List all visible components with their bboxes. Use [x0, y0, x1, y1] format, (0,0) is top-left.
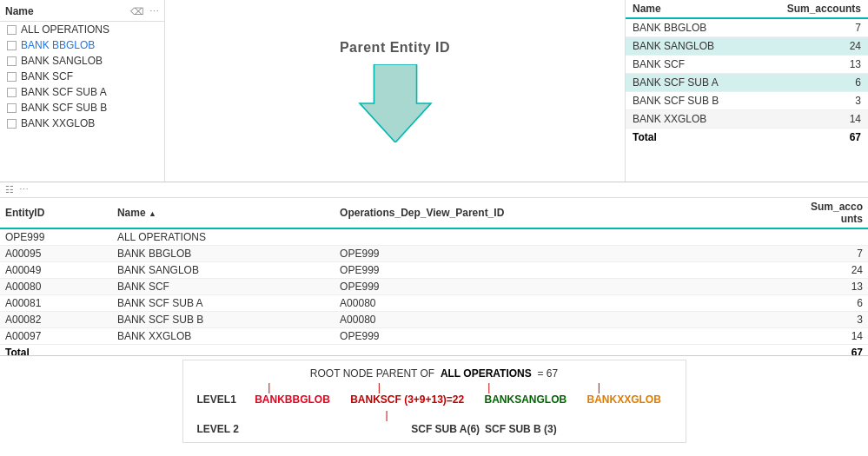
tree-level1-items: BANKBBGLOB BANKSCF (3+9+13)=22 BANKSANGL… — [245, 393, 672, 406]
data-entityid-cell: A00080 — [0, 279, 112, 295]
summary-total-value: 67 — [755, 129, 869, 147]
top-section: Name ⌫ ⋯ ALL OPERATIONSBANK BBGLOBBANK S… — [0, 0, 868, 182]
table-row: A00081 BANK SCF SUB A A00080 6 — [0, 295, 868, 312]
filter-items-list: ALL OPERATIONSBANK BBGLOBBANK SANGLOBBAN… — [0, 22, 164, 131]
data-parent-cell: OPE999 — [335, 328, 727, 345]
tree-container: ROOT NODE PARENT OF ALL OPERATIONS = 67 … — [182, 360, 686, 443]
filter-item[interactable]: BANK SCF SUB A — [0, 84, 164, 100]
filter-item-label: BANK SCF SUB A — [21, 86, 107, 98]
data-name-cell: BANK SCF SUB A — [112, 295, 335, 312]
data-table-header: ☷ ⋯ — [0, 182, 868, 198]
summary-sum-cell: 14 — [755, 110, 869, 129]
data-entityid-cell: A00049 — [0, 262, 112, 279]
tree-level1-label: LEVEL1 — [197, 393, 245, 406]
summary-col-name: Name — [626, 0, 755, 18]
filter-checkbox[interactable] — [7, 88, 17, 97]
data-table: EntityID Name ▲ Operations_Dep_View_Pare… — [0, 198, 868, 356]
summary-sum-cell: 13 — [755, 56, 869, 74]
tree-item-banksanglob: BANKSANGLOB — [485, 393, 567, 406]
filter-item[interactable]: BANK SANGLOB — [0, 53, 164, 69]
data-sum-cell: 7 — [727, 246, 868, 262]
data-sum-cell — [727, 228, 868, 246]
tree-item-scfsubb: SCF SUB B (3) — [485, 423, 557, 435]
data-parent-cell: A00080 — [335, 295, 727, 312]
data-total-empty1 — [112, 345, 335, 357]
table-grid-icon: ☷ — [5, 184, 14, 195]
data-entityid-cell: OPE999 — [0, 228, 112, 246]
tree-level2-label: LEVEL 2 — [197, 423, 245, 435]
data-total-value: 67 — [727, 345, 868, 357]
col-sum: Sum_accounts — [727, 198, 868, 228]
filter-panel-title: Name — [5, 5, 34, 17]
table-row: A00095 BANK BBGLOB OPE999 7 — [0, 246, 868, 262]
col-name: Name ▲ — [112, 198, 335, 228]
vline-spacer1 — [257, 409, 327, 421]
data-table-body: OPE999 ALL OPERATIONS A00095 BANK BBGLOB… — [0, 228, 868, 345]
summary-name-cell: BANK SCF SUB A — [626, 74, 755, 92]
parent-entity-label: Parent Entity ID — [340, 40, 450, 56]
down-arrow-icon — [356, 64, 434, 142]
data-name-cell: BANK SANGLOB — [112, 262, 335, 279]
summary-sum-cell: 7 — [755, 18, 869, 37]
data-section: ☷ ⋯ EntityID Name ▲ Operations_Dep_View_… — [0, 182, 868, 356]
summary-table-body: BANK BBGLOB7BANK SANGLOB24BANK SCF13BANK… — [626, 18, 868, 129]
data-entityid-cell: A00097 — [0, 328, 112, 345]
filter-checkbox[interactable] — [7, 72, 17, 82]
summary-name-cell: BANK BBGLOB — [626, 18, 755, 37]
tree-root-text: ROOT NODE PARENT OF — [310, 367, 434, 380]
data-entityid-cell: A00081 — [0, 295, 112, 312]
data-name-cell: BANK XXGLOB — [112, 328, 335, 345]
filter-checkbox[interactable] — [7, 41, 17, 50]
tree-level2-vlines: | — [197, 409, 672, 421]
table-row: BANK BBGLOB7 — [626, 18, 868, 37]
vline2: | — [344, 381, 414, 393]
summary-name-cell: BANK SANGLOB — [626, 37, 755, 56]
summary-sum-cell: 24 — [755, 37, 869, 56]
data-parent-cell: OPE999 — [335, 262, 727, 279]
filter-item-label: BANK SANGLOB — [21, 55, 103, 67]
filter-checkbox[interactable] — [7, 56, 17, 66]
filter-item-label: ALL OPERATIONS — [21, 23, 109, 36]
filter-item[interactable]: ALL OPERATIONS — [0, 22, 164, 37]
tree-item-bankxxglob: BANKXXGLOB — [587, 393, 661, 406]
data-name-cell: BANK SCF — [112, 279, 335, 295]
filter-item[interactable]: BANK SCF — [0, 69, 164, 84]
table-row: OPE999 ALL OPERATIONS — [0, 228, 868, 246]
summary-table-panel: Name Sum_accounts BANK BBGLOB7BANK SANGL… — [625, 0, 868, 182]
svg-marker-0 — [360, 64, 431, 142]
tree-item-scfsuba: SCF SUB A(6) — [411, 423, 480, 435]
filter-item[interactable]: BANK SCF SUB B — [0, 100, 164, 116]
vline-scf: | — [352, 409, 421, 421]
more-icon[interactable]: ⋯ — [149, 6, 159, 17]
vline-spacer2 — [447, 409, 516, 421]
data-entityid-cell: A00082 — [0, 312, 112, 328]
eraser-icon[interactable]: ⌫ — [130, 6, 144, 17]
summary-name-cell: BANK XXGLOB — [626, 110, 755, 129]
filter-checkbox[interactable] — [7, 119, 17, 129]
filter-header: Name ⌫ ⋯ — [0, 3, 164, 22]
table-more-icon[interactable]: ⋯ — [19, 184, 29, 195]
table-row: BANK SCF13 — [626, 56, 868, 74]
tree-level1-row: LEVEL1 BANKBBGLOB BANKSCF (3+9+13)=22 BA… — [197, 393, 672, 406]
table-row: BANK SCF SUB B3 — [626, 92, 868, 110]
data-name-cell: BANK SCF SUB B — [112, 312, 335, 328]
tree-root-line: ROOT NODE PARENT OF ALL OPERATIONS = 67 — [197, 367, 672, 380]
vline1: | — [235, 381, 304, 393]
filter-item-label: BANK SCF — [21, 70, 73, 83]
table-row: A00097 BANK XXGLOB OPE999 14 — [0, 328, 868, 345]
vline-spacer3 — [541, 409, 611, 421]
table-row: A00049 BANK SANGLOB OPE999 24 — [0, 262, 868, 279]
tree-item-bankscf: BANKSCF (3+9+13)=22 — [350, 393, 464, 406]
tree-section: ROOT NODE PARENT OF ALL OPERATIONS = 67 … — [0, 356, 868, 456]
tree-item-bankbbglob: BANKBBGLOB — [255, 393, 330, 406]
filter-checkbox[interactable] — [7, 25, 17, 35]
filter-item[interactable]: BANK BBGLOB — [0, 37, 164, 53]
data-sum-cell: 13 — [727, 279, 868, 295]
table-row: BANK SCF SUB A6 — [626, 74, 868, 92]
filter-item[interactable]: BANK XXGLOB — [0, 116, 164, 131]
data-parent-cell: OPE999 — [335, 279, 727, 295]
tree-level2-items: SCF SUB A(6) SCF SUB B (3) — [245, 423, 672, 435]
col-entityid: EntityID — [0, 198, 112, 228]
table-row: A00080 BANK SCF OPE999 13 — [0, 279, 868, 295]
filter-checkbox[interactable] — [7, 103, 17, 113]
